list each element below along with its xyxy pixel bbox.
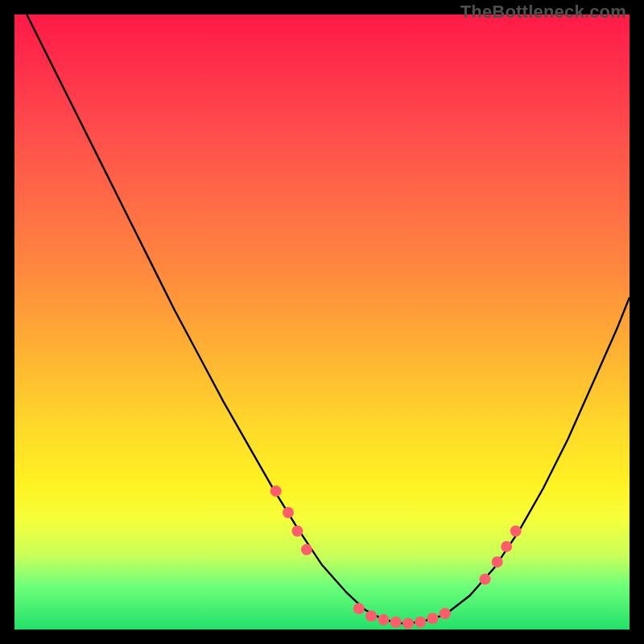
plot-area [14, 14, 630, 630]
chart-stage: TheBottleneck.com [0, 0, 644, 644]
curve-marker [510, 526, 522, 537]
curve-marker [501, 541, 512, 552]
curve-marker [301, 544, 312, 555]
curve-marker [402, 617, 414, 629]
watermark-text: TheBottleneck.com [460, 2, 626, 23]
curve-layer [14, 14, 630, 630]
curve-marker [353, 603, 365, 614]
curve-marker [427, 613, 439, 624]
curve-marker [480, 573, 491, 584]
curve-marker [492, 556, 503, 568]
curve-marker [415, 617, 426, 628]
curve-marker [291, 526, 303, 537]
curve-marker [283, 507, 294, 518]
curve-markers [270, 485, 522, 629]
curve-marker [270, 485, 282, 497]
bottleneck-curve [27, 14, 630, 623]
curve-marker [390, 617, 402, 628]
curve-marker [365, 610, 377, 621]
curve-marker [440, 608, 451, 619]
curve-marker [378, 614, 389, 625]
